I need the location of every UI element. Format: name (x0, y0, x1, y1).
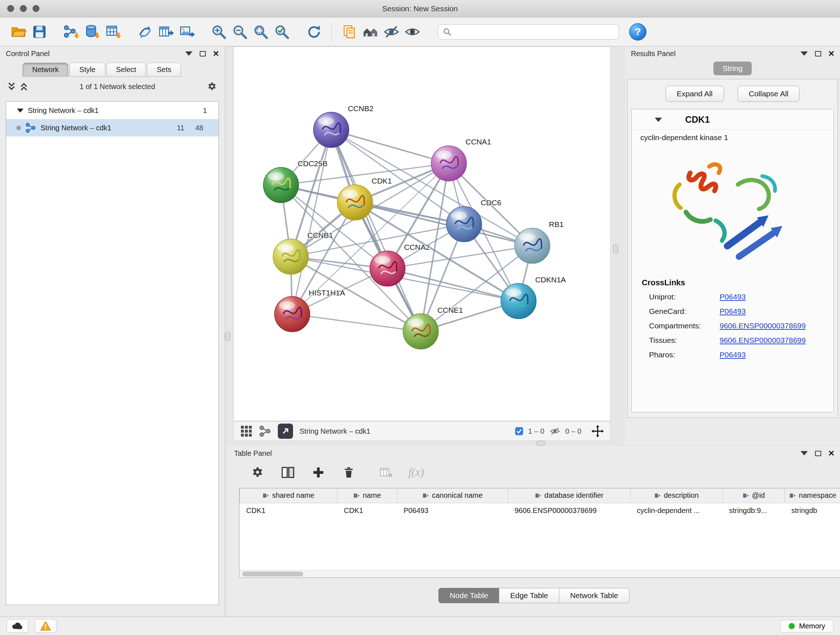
table-cell[interactable]: stringdb:9... (723, 503, 785, 518)
tab-sets[interactable]: Sets (147, 63, 181, 77)
protein-card-header[interactable]: CDK1 (632, 109, 834, 130)
network-edge[interactable] (331, 130, 448, 164)
memory-button[interactable]: Memory (780, 620, 834, 632)
zoom-in-button[interactable] (208, 21, 229, 42)
cloud-status-button[interactable] (6, 619, 28, 633)
window-minimize-button[interactable] (20, 5, 27, 12)
home-views-button[interactable] (360, 21, 381, 42)
close-panel-icon[interactable]: × (213, 49, 219, 59)
float-panel-icon[interactable] (200, 51, 206, 57)
zoom-out-button[interactable] (229, 21, 250, 42)
table-cell[interactable]: P06493 (397, 503, 508, 518)
column-header-description[interactable]: description (630, 488, 723, 503)
crosslink-link[interactable]: 9606.ENSP00000378699 (720, 336, 809, 345)
delete-column-button[interactable] (340, 464, 357, 481)
network-row[interactable]: String Network – cdk1 11 48 (6, 119, 218, 136)
table-cell[interactable]: 9606.ENSP00000378699 (508, 503, 630, 518)
right-splitter-handle[interactable] (613, 244, 618, 253)
search-input[interactable] (454, 27, 614, 36)
tab-style[interactable]: Style (69, 63, 105, 77)
import-table-button[interactable] (103, 21, 124, 42)
import-network-file-button[interactable] (61, 21, 82, 42)
warnings-button[interactable] (35, 619, 57, 633)
table-settings-button[interactable] (249, 464, 266, 481)
left-splitter-handle[interactable] (225, 332, 230, 341)
open-session-button[interactable] (8, 21, 29, 42)
table-cell[interactable]: CDK1 (338, 503, 397, 518)
window-maximize-button[interactable] (33, 5, 39, 12)
save-session-button[interactable] (29, 21, 50, 42)
tab-edge-table[interactable]: Edge Table (499, 588, 559, 603)
network-node-ccna1[interactable] (431, 146, 467, 181)
hidden-eye-slash-icon[interactable] (549, 426, 561, 437)
show-columns-button[interactable] (279, 464, 296, 481)
tab-network[interactable]: Network (22, 63, 68, 77)
column-header-canonical-name[interactable]: canonical name (397, 488, 508, 503)
column-header-shared-name[interactable]: shared name (240, 488, 338, 503)
hide-details-button[interactable] (381, 21, 402, 42)
collapse-all-button[interactable]: Collapse All (737, 86, 800, 102)
protein-disclosure-icon[interactable] (655, 118, 662, 122)
network-node-cdkn1a[interactable] (501, 283, 537, 319)
crosslink-link[interactable]: P06493 (720, 293, 749, 301)
pan-move-icon[interactable] (592, 425, 604, 437)
collapse-all-icon[interactable] (7, 82, 16, 91)
function-builder-button[interactable]: f(x) (409, 466, 424, 479)
refresh-button[interactable] (303, 21, 324, 42)
import-network-database-button[interactable] (82, 21, 103, 42)
table-menu-caret-icon[interactable] (801, 451, 808, 455)
column-header-namespace[interactable]: namespace (785, 488, 840, 503)
tab-network-table[interactable]: Network Table (559, 588, 630, 603)
zoom-fit-button[interactable] (250, 21, 271, 42)
copy-document-button[interactable] (339, 21, 360, 42)
delete-table-button[interactable] (378, 464, 395, 481)
table-cell[interactable]: cyclin-dependent ... (630, 503, 723, 518)
selected-checkbox-icon[interactable] (515, 427, 523, 435)
network-node-ccna2[interactable] (370, 251, 405, 287)
results-close-icon[interactable]: × (829, 49, 834, 59)
network-node-cdc6[interactable] (447, 206, 482, 242)
export-image-button[interactable] (177, 21, 197, 42)
zoom-selected-button[interactable] (271, 21, 292, 42)
show-details-button[interactable] (402, 21, 423, 42)
network-view[interactable]: CCNB2CCNA1CDC25BCDK1CDC6RB1CCNB1CCNA2CDK… (233, 46, 611, 421)
network-node-rb1[interactable] (515, 228, 550, 264)
results-menu-caret-icon[interactable] (801, 51, 808, 56)
tab-select[interactable]: Select (106, 63, 146, 77)
network-overview-icon[interactable] (259, 425, 271, 437)
network-edge[interactable] (292, 130, 332, 314)
birds-eye-view-icon[interactable] (240, 425, 253, 437)
expand-all-icon[interactable] (19, 82, 28, 91)
network-options-gear-icon[interactable] (207, 81, 218, 92)
export-table-button[interactable] (156, 21, 177, 42)
table-row[interactable]: CDK1CDK1P064939606.ENSP00000378699cyclin… (240, 503, 840, 518)
column-header-name[interactable]: name (338, 488, 397, 503)
crosslink-link[interactable]: 9606.ENSP00000378699 (720, 321, 809, 330)
network-node-ccnb2[interactable] (314, 112, 349, 148)
table-cell[interactable]: CDK1 (240, 503, 338, 518)
tab-string[interactable]: String (714, 62, 752, 75)
table-float-icon[interactable] (815, 451, 821, 456)
help-button[interactable]: ? (629, 23, 646, 41)
network-node-cdk1[interactable] (337, 185, 373, 220)
tab-node-table[interactable]: Node Table (439, 588, 499, 603)
table-cell[interactable]: stringdb (785, 503, 840, 518)
network-node-cdc25b[interactable] (264, 167, 299, 203)
network-collection-row[interactable]: String Network – cdk1 1 (6, 102, 218, 119)
bottom-splitter-handle[interactable] (536, 440, 546, 446)
scrollbar-thumb[interactable] (242, 572, 303, 576)
column-header--id[interactable]: @id (723, 488, 785, 503)
table-close-icon[interactable]: × (829, 448, 834, 458)
panel-menu-caret-icon[interactable] (185, 51, 193, 56)
new-network-button[interactable] (134, 21, 156, 42)
column-header-database-identifier[interactable]: database identifier (508, 488, 630, 503)
search-box[interactable] (438, 24, 619, 40)
crosslink-link[interactable]: P06493 (720, 350, 749, 359)
table-horizontal-scrollbar[interactable] (240, 570, 840, 578)
network-node-ccnb1[interactable] (273, 239, 309, 274)
network-edge[interactable] (292, 314, 421, 332)
tree-disclosure-icon[interactable] (17, 109, 24, 112)
network-node-ccne1[interactable] (403, 314, 439, 349)
expand-all-button[interactable]: Expand All (666, 86, 724, 102)
crosslink-link[interactable]: P06493 (720, 307, 749, 316)
